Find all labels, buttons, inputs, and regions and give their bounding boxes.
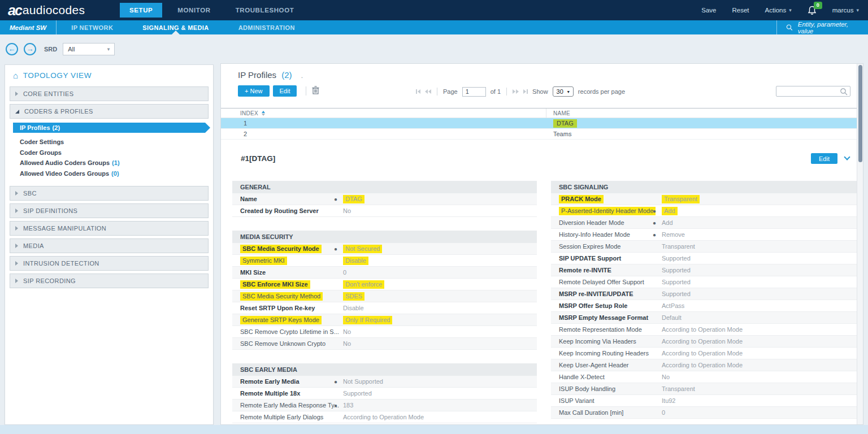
chevron-down-icon: ▾ (107, 46, 110, 52)
field-row: MSRP Empty Message FormatDefault (551, 312, 863, 324)
field-value-text: DTAG (343, 195, 364, 203)
sidebar-item-label: Coder Groups (20, 149, 62, 156)
delete-button[interactable] (312, 86, 319, 96)
field-value-text: Remove (662, 231, 685, 238)
column-header-name[interactable]: NAME (546, 110, 570, 116)
table-search-input[interactable] (776, 88, 840, 95)
field-label-text: Remote Delayed Offer Support (559, 279, 644, 285)
field-row: SBC Media Security MethodSDES (232, 290, 537, 302)
sidebar-item-coder-settings[interactable]: Coder Settings (10, 137, 209, 147)
sidebar-group-coders-profiles[interactable]: CODERS & PROFILES (10, 104, 209, 119)
field-value-text: Don't enforce (343, 280, 384, 289)
navbar-tab-monitor[interactable]: MONITOR (168, 3, 220, 18)
field-row: Remote Multiple Early DialogsAccording t… (232, 411, 537, 423)
column-header-index[interactable]: INDEX (221, 108, 546, 118)
field-row: ISUP VariantItu92 (551, 395, 863, 407)
field-value-text: No (343, 207, 351, 214)
field-label: Session Expires Mode (551, 243, 653, 250)
sidebar-group-media[interactable]: MEDIA (10, 238, 209, 253)
field-value: No (343, 207, 351, 214)
sidebar-group-message-manipulation[interactable]: MESSAGE MANIPULATION (10, 221, 209, 236)
page-input[interactable] (462, 87, 486, 97)
user-menu[interactable]: marcus ▾ (832, 7, 859, 14)
scrollbar-thumb[interactable] (858, 65, 862, 162)
field-value-text: 0 (662, 409, 665, 416)
field-label: SBC Remove Crypto Lifetime in S... (232, 328, 334, 335)
field-row: Remote Multiple 18xSupported (232, 388, 537, 400)
field-row: SBC Media Security Mode●Not Secured (232, 243, 537, 255)
modified-bullet-icon: ● (334, 246, 343, 252)
field-value-text: 183 (343, 402, 353, 409)
table-body: 1DTAG2Teams (221, 118, 863, 140)
sidebar-group-label: CODERS & PROFILES (24, 108, 93, 115)
secondary-tabs: IP NETWORKSIGNALING & MEDIAADMINISTRATIO… (57, 20, 310, 34)
sidebar-group-core-entities[interactable]: CORE ENTITIES (10, 86, 209, 101)
sidebar-group-intrusion-detection[interactable]: INTRUSION DETECTION (10, 256, 209, 271)
sidebar-group-label: SIP DEFINITIONS (23, 207, 77, 214)
subnav-tab-administration[interactable]: ADMINISTRATION (224, 20, 310, 34)
detail-section-sbc-early-media: SBC EARLY MEDIARemote Early Media●Not Su… (232, 363, 537, 423)
navbar-tab-troubleshoot[interactable]: TROUBLESHOOT (226, 3, 304, 18)
last-page-button[interactable] (523, 89, 528, 94)
edit-button[interactable]: Edit (273, 85, 297, 97)
reset-button[interactable]: Reset (732, 7, 749, 14)
next-page-button[interactable] (513, 89, 519, 94)
table-row[interactable]: 1DTAG (221, 118, 863, 129)
first-page-button[interactable] (416, 89, 420, 94)
sidebar-item-ip-profiles[interactable]: IP Profiles(2) (13, 123, 205, 133)
field-label: SBC Media Security Mode (232, 245, 334, 252)
sidebar-item-coder-groups[interactable]: Coder Groups (10, 147, 209, 158)
page-size-select[interactable]: 30 ▾ (553, 86, 574, 97)
prev-page-button[interactable] (425, 89, 431, 94)
modified-bullet-icon: ● (653, 208, 662, 214)
sidebar-item-label: Coder Settings (20, 138, 64, 145)
table-row[interactable]: 2Teams (221, 129, 863, 140)
field-row: Diversion Header Mode●Add (551, 217, 863, 229)
sidebar-item-allowed-video-coders-groups[interactable]: Allowed Video Coders Groups(0) (10, 168, 209, 179)
field-label-text: MSRP re-INVITE/UPDATE (559, 290, 633, 297)
new-button[interactable]: + New (238, 85, 270, 97)
field-value-text: According to Operation Mode (662, 350, 743, 357)
back-button[interactable]: ← (6, 43, 18, 55)
field-value: Only If Required (343, 316, 392, 323)
field-value: Transparent (662, 196, 700, 202)
sidebar-group-sbc[interactable]: SBC (10, 186, 209, 201)
srd-select[interactable]: All ▾ (63, 43, 115, 55)
field-value-text: Default (662, 314, 682, 321)
sidebar-item-allowed-audio-coders-groups[interactable]: Allowed Audio Coders Groups(1) (10, 158, 209, 168)
field-value: Supported (662, 279, 691, 285)
collapsed-triangle-icon (15, 226, 18, 231)
global-search[interactable]: Entity, parameter, value (776, 20, 868, 34)
field-row: Handle X-DetectNo (551, 371, 863, 383)
field-value: According to Operation Mode (662, 326, 743, 333)
field-value-text: Disable (343, 305, 364, 311)
field-label: P-Asserted-Identity Header Mode (551, 207, 653, 214)
field-label-text: Session Expires Mode (559, 243, 620, 250)
forward-button[interactable]: → (24, 43, 36, 55)
srd-bar: ← → SRD All ▾ (0, 34, 868, 63)
notification-bell[interactable]: 0 (808, 6, 817, 15)
sidebar-group-sip-recording[interactable]: SIP RECORDING (10, 274, 209, 288)
detail-edit-button[interactable]: Edit (811, 153, 837, 164)
actions-menu[interactable]: Actions ▾ (765, 7, 792, 14)
field-row: Max Call Duration [min]0 (551, 407, 863, 419)
field-row: MSRP Offer Setup RoleActPass (551, 300, 863, 312)
save-button[interactable]: Save (701, 7, 716, 14)
field-value: ActPass (662, 302, 684, 309)
subnav-tab-signaling-media[interactable]: SIGNALING & MEDIA (128, 20, 223, 34)
field-value: According to Operation Mode (662, 338, 743, 345)
ip-profiles-table: INDEX NAME 1DTAG2Teams (221, 108, 863, 140)
field-row: History-Info Header Mode●Remove (551, 229, 863, 241)
field-label: Generate SRTP Keys Mode (232, 316, 334, 323)
sidebar-group-sip-definitions[interactable]: SIP DEFINITIONS (10, 203, 209, 218)
actions-label: Actions (765, 7, 787, 14)
collapsed-triangle-icon (15, 244, 18, 248)
field-label: SBC Enforce MKI Size (232, 281, 334, 288)
toolbar-divider (306, 86, 306, 96)
field-label-text: Remote Multiple Early Dialogs (240, 414, 323, 420)
subnav-tab-ip-network[interactable]: IP NETWORK (57, 20, 128, 34)
field-label: Name (232, 196, 334, 202)
field-value: According to Operation Mode (662, 362, 743, 368)
field-label-text: SBC Remove Unknown Crypto (240, 340, 326, 347)
navbar-tab-setup[interactable]: SETUP (120, 3, 162, 18)
